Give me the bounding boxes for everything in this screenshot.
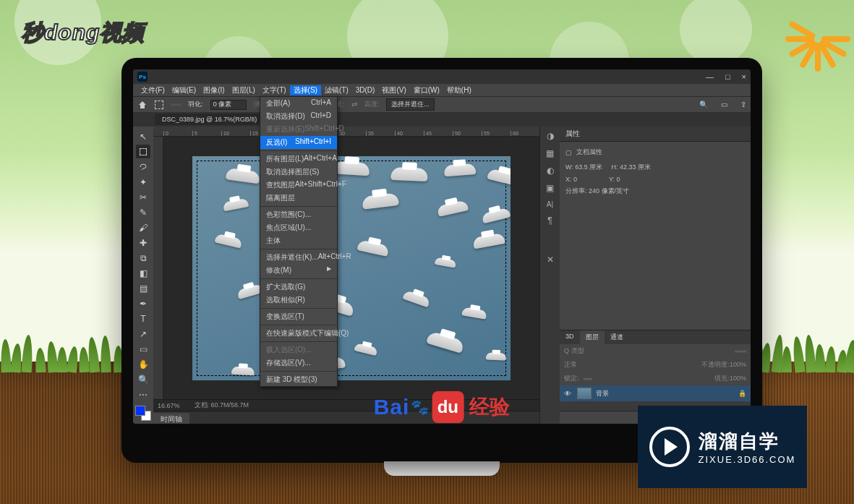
paragraph-panel-icon[interactable]: ¶ [547, 215, 552, 226]
zoom-level[interactable]: 16.67% [158, 402, 180, 409]
marquee-tool-icon[interactable] [155, 101, 163, 109]
adjustments-panel-icon[interactable]: ◐ [547, 166, 554, 176]
document-icon: ▢ [565, 149, 572, 156]
screen: Ps — □ × 文件(F)编辑(E)图像(I)图层(L)文字(T)选择(S)滤… [133, 69, 751, 424]
zoom-tool-icon[interactable]: 🔍 [136, 372, 150, 386]
panel-tab[interactable]: 通道 [605, 330, 629, 344]
minimize-button[interactable]: — [706, 72, 714, 81]
shape-tool-icon[interactable]: ▭ [136, 342, 150, 356]
lasso-tool-icon[interactable] [136, 160, 150, 174]
baidu-jingyan-logo: Bai 🐾 du 经验 [374, 391, 511, 423]
menu-dropdown-item[interactable]: 扩大选取(G) [260, 281, 337, 294]
menu-dropdown-item[interactable]: 隔离图层 [260, 192, 337, 205]
zixue-title: 溜溜自学 [699, 429, 796, 454]
properties-title: 文档属性 [576, 148, 602, 157]
menu-dropdown-item[interactable]: 色彩范围(C)... [260, 208, 337, 221]
quick-select-tool-icon[interactable]: ✦ [136, 175, 150, 189]
gradient-tool-icon[interactable]: ▤ [136, 281, 150, 295]
menu-item[interactable]: 文件(F) [137, 85, 168, 95]
menu-dropdown-item[interactable]: 反选(I)Shift+Ctrl+I [260, 136, 337, 149]
ruler-horizontal: 051015202530354045505560 [153, 127, 539, 137]
marquee-tool-icon[interactable] [136, 145, 150, 158]
eyedropper-tool-icon[interactable]: ✎ [136, 205, 150, 219]
layers-tabs: 3D图层通道 [560, 330, 751, 344]
clone-tool-icon[interactable]: ⧉ [136, 251, 150, 265]
edit-toolbar-icon[interactable]: ⋯ [136, 388, 150, 401]
panel-tab[interactable]: 图层 [580, 330, 605, 344]
menu-dropdown-item[interactable]: 选取相似(R) [260, 294, 337, 307]
zixue-badge: 溜溜自学 ZIXUE.3D66.COM [638, 406, 807, 488]
menu-item[interactable]: 编辑(E) [168, 85, 200, 95]
menu-dropdown-item[interactable]: 取消选择(D)Ctrl+D [260, 110, 337, 123]
color-swatches[interactable] [135, 406, 151, 421]
feather-input[interactable] [210, 100, 247, 110]
libraries-panel-icon[interactable]: ▣ [546, 183, 554, 193]
document-info: 文档: 60.7M/58.7M [195, 401, 249, 410]
document-tab[interactable]: DSC_0389.jpg @ 16.7%(RGB/8) × [155, 114, 273, 125]
layer-filter[interactable]: Q 类型 [564, 346, 584, 356]
menu-item[interactable]: 帮助(H) [443, 85, 475, 95]
menu-item[interactable]: 滤镜(T) [321, 85, 352, 95]
visibility-icon[interactable]: 👁 [564, 390, 573, 398]
watermark-logo: 秒dong视频 [22, 18, 145, 48]
brush-tool-icon[interactable]: 🖌 [136, 221, 150, 234]
lock-icon[interactable]: 🔒 [738, 390, 746, 397]
blend-mode[interactable]: 正常 [564, 360, 577, 370]
option-bar: ▫▫▫▫ 羽化: 消除锯齿 样式: 正常 宽度: ⇄ 高度: 选择并遮住... … [133, 96, 751, 112]
menu-dropdown-item[interactable]: 新建 3D 模型(3) [260, 373, 337, 386]
menu-item[interactable]: 选择(S) [290, 85, 321, 95]
healing-tool-icon[interactable]: ✚ [136, 236, 150, 249]
title-bar: Ps — □ × [133, 69, 751, 84]
home-icon[interactable] [137, 100, 148, 110]
pen-tool-icon[interactable]: ✒ [136, 296, 150, 310]
menu-dropdown-item[interactable]: 选择并遮住(K)...Alt+Ctrl+R [260, 251, 337, 264]
monitor-stand [384, 461, 500, 476]
menubar: 文件(F)编辑(E)图像(I)图层(L)文字(T)选择(S)滤镜(T)3D(D)… [133, 84, 751, 96]
menu-dropdown-item[interactable]: 变换选区(T) [260, 310, 337, 323]
path-tool-icon[interactable]: ↗ [136, 327, 150, 341]
canvas-image [192, 156, 511, 380]
menu-dropdown-item[interactable]: 全部(A)Ctrl+A [260, 97, 337, 110]
select-and-mask-button[interactable]: 选择并遮住... [386, 98, 435, 111]
panel-tab[interactable]: 3D [560, 330, 580, 344]
app-icon: Ps [137, 72, 148, 82]
canvas-viewport[interactable] [163, 137, 539, 399]
menu-item[interactable]: 窗口(W) [410, 85, 443, 95]
color-panel-icon[interactable]: ◑ [547, 131, 554, 141]
menu-dropdown-item[interactable]: 取消选择图层(S) [260, 166, 337, 179]
share-icon[interactable]: ⇪ [740, 101, 746, 108]
document-title: DSC_0389.jpg @ 16.7%(RGB/8) [162, 116, 257, 123]
menu-dropdown-item[interactable]: 主体 [260, 234, 337, 247]
search-icon[interactable]: 🔍 [699, 101, 708, 108]
character-panel-icon[interactable]: A| [547, 200, 553, 208]
menu-dropdown-item: 重新选择(E)Shift+Ctrl+D [260, 123, 337, 136]
document-tab-bar: DSC_0389.jpg @ 16.7%(RGB/8) × [133, 112, 751, 127]
eraser-tool-icon[interactable]: ◧ [136, 266, 150, 280]
crop-tool-icon[interactable]: ✂ [136, 190, 150, 204]
type-tool-icon[interactable]: T [136, 312, 150, 325]
menu-item[interactable]: 图像(I) [200, 85, 228, 95]
menu-item[interactable]: 视图(V) [378, 85, 409, 95]
hand-tool-icon[interactable]: ✋ [136, 357, 150, 371]
close-button[interactable]: × [742, 72, 746, 81]
swatches-panel-icon[interactable]: ▦ [546, 148, 554, 158]
workspace-icon[interactable]: ▭ [721, 101, 727, 108]
menu-dropdown-item[interactable]: 查找图层Alt+Shift+Ctrl+F [260, 179, 337, 192]
menu-dropdown-item[interactable]: 修改(M)▶ [260, 264, 337, 277]
foreground-color-swatch[interactable] [135, 406, 145, 416]
menu-item[interactable]: 3D(D) [352, 86, 379, 94]
menu-item[interactable]: 文字(T) [259, 85, 290, 95]
menu-dropdown-item[interactable]: 存储选区(V)... [260, 356, 337, 370]
menu-item[interactable]: 图层(L) [229, 85, 259, 95]
sun-icon [793, 7, 850, 65]
tools-presets-icon[interactable]: ✕ [547, 255, 554, 265]
menu-dropdown-item[interactable]: 焦点区域(U)... [260, 221, 337, 234]
layer-row[interactable]: 👁 背景 🔒 [560, 385, 751, 401]
maximize-button[interactable]: □ [725, 72, 730, 81]
menu-dropdown-item[interactable]: 在快速蒙版模式下编辑(Q) [260, 327, 337, 340]
menu-dropdown-item[interactable]: 所有图层(L)Alt+Ctrl+A [260, 153, 337, 166]
properties-tab[interactable]: 属性 [560, 127, 751, 142]
zixue-url: ZIXUE.3D66.COM [699, 454, 796, 465]
move-tool-icon[interactable]: ↖ [136, 129, 150, 143]
menu-dropdown-item: 载入选区(O)... [260, 343, 337, 356]
